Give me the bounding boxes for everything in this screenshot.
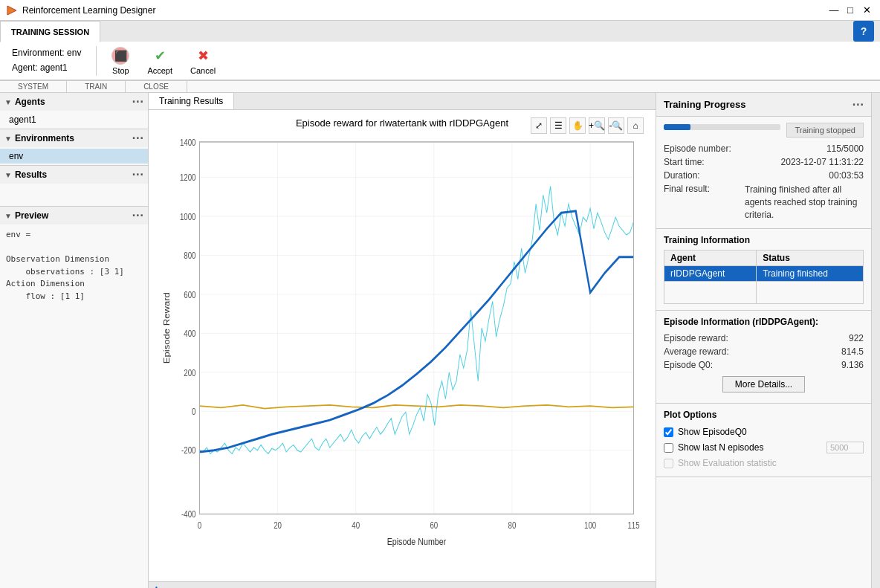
training-info-table: Agent Status rIDDPGAgent Training finish… [664,250,864,304]
svg-text:1000: 1000 [180,212,196,222]
progress-bar [664,124,690,130]
list-item[interactable]: agent1 [0,112,148,127]
cancel-label: Cancel [190,66,216,75]
show-last-n-checkbox[interactable] [664,443,673,453]
svg-text:20: 20 [274,520,282,530]
section-close: CLOSE [126,81,187,92]
right-panel-menu-dots[interactable]: ⋯ [852,97,864,112]
title-bar-left: Reinforcement Learning Designer [6,4,155,16]
show-eval-checkbox[interactable] [664,459,673,468]
results-header[interactable]: ▼ Results ⋯ [0,166,148,184]
agents-menu-dots[interactable]: ⋯ [132,96,143,108]
right-panel-title: Training Progress ⋯ [656,93,871,117]
environments-section: ▼ Environments ⋯ env [0,129,148,166]
show-last-n-label: Show last N episodes [678,442,763,453]
duration-row: Duration: 00:03:53 [664,169,864,182]
cancel-icon: ✖ [194,47,212,65]
svg-text:115: 115 [627,520,639,530]
svg-text:Episode Reward: Episode Reward [162,292,172,364]
help-button[interactable]: ? [853,21,874,42]
results-menu-dots[interactable]: ⋯ [132,169,143,181]
show-eval-label: Show Evaluation statistic [678,458,777,468]
stop-button[interactable]: ⬛ Stop [106,44,135,78]
ribbon: TRAINING SESSION ? Environment: env Agen… [0,21,880,93]
ribbon-section-labels: SYSTEM TRAIN CLOSE [0,80,880,92]
svg-text:0: 0 [198,520,201,530]
training-info-title: Training Information [664,235,864,245]
col-agent: Agent [664,251,757,266]
right-panel-wrapper: Training Progress ⋯ Training stopped Epi… [656,93,880,588]
chart-pan-button[interactable]: ✋ [569,117,586,134]
ribbon-content: Environment: env Agent: agent1 ⬛ Stop ✔ … [0,42,880,80]
agents-section: ▼ Agents ⋯ agent1 [0,93,148,129]
stop-label: Stop [112,66,129,75]
more-details-button[interactable]: More Details... [722,376,805,392]
center-panel: Training Results Episode reward for rlwa… [149,93,656,588]
accept-button[interactable]: ✔ Accept [141,44,178,78]
chart-grid-button[interactable]: ☰ [550,117,566,134]
episode-info-section: Episode Information (rIDDPGAgent): Episo… [656,311,871,404]
results-section: ▼ Results ⋯ [0,166,148,207]
show-episodeq0-checkbox[interactable] [664,427,673,437]
last-n-input[interactable] [826,442,864,453]
show-episodeq0-row: Show EpisodeQ0 [664,424,864,439]
results-title: Results [15,169,47,180]
agents-chevron: ▼ [4,98,12,106]
duration-value: 00:03:53 [829,170,864,181]
section-system: SYSTEM [0,81,67,92]
tab-training-results[interactable]: Training Results [149,93,234,109]
plot-options-title: Plot Options [664,410,864,420]
agents-title: Agents [15,97,45,107]
start-time-value: 2023-12-07 11:31:22 [781,157,864,167]
svg-text:400: 400 [184,329,195,338]
app-logo [6,4,18,16]
chart-svg: 1400 1200 1000 800 600 400 200 0 -200 -4… [156,133,648,567]
episode-number-value: 115/5000 [826,143,864,154]
svg-marker-0 [7,6,16,15]
chart-home-button[interactable]: ⌂ [627,117,644,134]
chart-expand-button[interactable]: ⤢ [531,117,547,134]
environments-menu-dots[interactable]: ⋯ [132,132,143,144]
training-progress-title: Training Progress [664,99,746,110]
tab-training-session[interactable]: TRAINING SESSION [0,21,100,42]
training-info-section: Training Information Agent Status rIDDPG… [656,229,871,311]
episode-q0-label: Episode Q0: [664,360,713,370]
close-button[interactable]: ✕ [859,3,874,18]
episode-q0-row: Episode Q0: 9.136 [664,358,864,372]
agents-content: agent1 [0,111,148,129]
title-bar: Reinforcement Learning Designer — □ ✕ [0,0,880,21]
preview-menu-dots[interactable]: ⋯ [132,210,143,222]
chart-zoom-out-button[interactable]: -🔍 [608,117,624,134]
section-train: TRAIN [67,81,126,92]
episode-number-label: Episode number: [664,143,731,154]
svg-text:600: 600 [184,290,195,300]
preview-header[interactable]: ▼ Preview ⋯ [0,207,148,224]
preview-section: ▼ Preview ⋯ env = Observation Dimension … [0,207,148,588]
average-reward-row: Average reward: 814.5 [664,345,864,358]
chart-zoom-in-button[interactable]: +🔍 [589,117,605,134]
training-stopped-button[interactable]: Training stopped [786,123,864,138]
episode-reward-value: 922 [849,333,864,343]
svg-text:Episode Number: Episode Number [387,536,447,547]
final-result-label: Final result: [664,184,710,221]
stop-icon: ⬛ [111,47,129,65]
right-panel-scrollbar[interactable] [871,93,880,588]
results-content [0,184,148,206]
agents-header[interactable]: ▼ Agents ⋯ [0,93,148,111]
left-panel: ▼ Agents ⋯ agent1 ▼ Environments ⋯ env ▼… [0,93,149,588]
svg-rect-1 [199,142,633,514]
svg-text:40: 40 [352,520,360,530]
cancel-button[interactable]: ✖ Cancel [184,44,221,78]
list-item[interactable]: env [0,149,148,164]
start-time-row: Start time: 2023-12-07 11:31:22 [664,155,864,169]
maximize-button[interactable]: □ [843,3,858,18]
show-last-n-row: Show last N episodes [664,439,864,456]
agent-status: Training finished [757,266,864,282]
show-episodeq0-label: Show EpisodeQ0 [678,427,747,437]
episode-reward-row: Episode reward: 922 [664,332,864,345]
environments-header[interactable]: ▼ Environments ⋯ [0,129,148,147]
minimize-button[interactable]: — [826,3,841,18]
chart-toolbar: ⤢ ☰ ✋ +🔍 -🔍 ⌂ [531,117,644,134]
final-result-text: Training finished after all agents reach… [745,184,864,221]
svg-text:800: 800 [184,251,195,260]
